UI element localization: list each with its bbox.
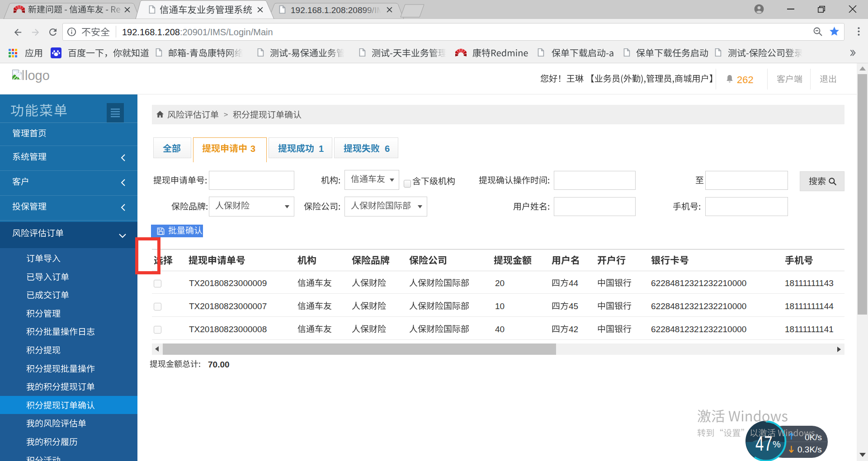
svg-text:%: %	[773, 439, 781, 449]
